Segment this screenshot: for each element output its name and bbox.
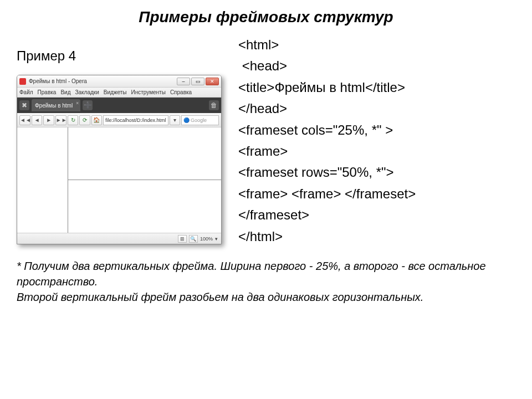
reload-button[interactable]: ↻ <box>68 115 78 125</box>
trash-icon[interactable]: 🗑 <box>209 100 219 110</box>
menu-help[interactable]: Справка <box>170 89 192 95</box>
wand-button[interactable]: ⟳ <box>79 115 90 125</box>
search-placeholder: Google <box>191 117 207 123</box>
panel-toggle-icon[interactable]: ✖ <box>19 100 29 110</box>
code-line: <frameset rows="50%, *"> <box>238 162 515 183</box>
tab-close-icon[interactable]: × <box>76 100 79 106</box>
home-button[interactable]: 🏠 <box>91 115 102 125</box>
code-line: <title>Фреймы в html</title> <box>238 77 515 98</box>
forward-button[interactable]: ► <box>43 115 54 125</box>
menu-file[interactable]: Файл <box>19 89 33 95</box>
url-input[interactable]: file://localhost/D:/index.html <box>103 115 168 125</box>
menu-view[interactable]: Вид <box>60 89 70 95</box>
frame-right <box>68 127 221 233</box>
search-input[interactable]: 🔵Google <box>181 115 219 125</box>
menu-widgets[interactable]: Виджеты <box>104 89 127 95</box>
code-line: </frameset> <box>238 204 515 226</box>
maximize-button[interactable]: ▭ <box>191 78 204 85</box>
page-title: Примеры фреймовых структур <box>0 0 532 29</box>
rewind-button[interactable]: ◄◄ <box>19 115 30 125</box>
browser-window: Фреймы в html - Opera – ▭ ✕ Файл Правка … <box>17 75 222 244</box>
navbar: ◄◄ ◄ ► ►► ↻ ⟳ 🏠 file://localhost/D:/inde… <box>17 113 221 127</box>
back-button[interactable]: ◄ <box>32 115 42 125</box>
menubar: Файл Правка Вид Закладки Виджеты Инструм… <box>17 88 221 98</box>
tabbar: ✖ Фреймы в html × ➕ 🗑 <box>17 98 221 113</box>
titlebar: Фреймы в html - Opera – ▭ ✕ <box>17 75 221 88</box>
zoom-icon[interactable]: 🔍 <box>189 235 198 243</box>
footer-note: * Получим два вертикальных фрейма. Ширин… <box>0 247 532 305</box>
footer-p2: Второй вертикальный фрейм разобьем на дв… <box>17 289 515 305</box>
window-title: Фреймы в html - Opera <box>29 78 177 84</box>
code-line: </html> <box>238 226 515 247</box>
opera-icon <box>19 78 26 85</box>
code-block: <html> <head> <title>Фреймы в html</titl… <box>238 34 515 247</box>
frame-left <box>17 127 68 233</box>
menu-bookmarks[interactable]: Закладки <box>75 89 99 95</box>
close-button[interactable]: ✕ <box>206 78 219 85</box>
code-line: <head> <box>238 55 515 76</box>
code-line: <frame> <frame> </frameset> <box>238 183 515 204</box>
tab-label: Фреймы в html <box>35 103 73 109</box>
code-line: </head> <box>238 98 515 119</box>
ffwd-button[interactable]: ►► <box>55 115 66 125</box>
tab-active[interactable]: Фреймы в html × <box>32 99 80 111</box>
zoom-level: 100% <box>200 236 213 242</box>
example-label: Пример 4 <box>17 48 227 64</box>
footer-p1: * Получим два вертикальных фрейма. Ширин… <box>17 258 515 289</box>
statusbar: ⊞ 🔍 100% ▾ <box>17 233 221 244</box>
code-line: <frame> <box>238 141 515 162</box>
zoom-dropdown-icon[interactable]: ▾ <box>215 236 218 242</box>
menu-tools[interactable]: Инструменты <box>131 89 166 95</box>
minimize-button[interactable]: – <box>177 78 190 85</box>
url-dropdown-icon[interactable]: ▾ <box>170 115 180 125</box>
viewport <box>17 127 221 233</box>
frame-right-top <box>68 127 221 180</box>
code-line: <frameset cols="25%, *" > <box>238 120 515 141</box>
menu-edit[interactable]: Правка <box>38 89 57 95</box>
new-tab-button[interactable]: ➕ <box>83 100 93 110</box>
frame-right-bottom <box>68 180 221 233</box>
code-line: <html> <box>238 34 515 55</box>
view-mode-icon[interactable]: ⊞ <box>178 235 187 243</box>
